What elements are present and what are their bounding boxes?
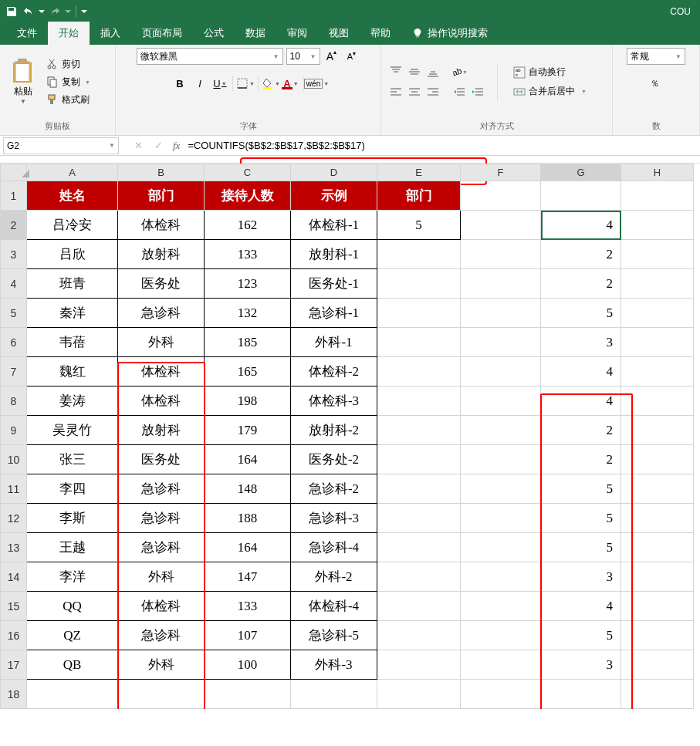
- cell[interactable]: 179: [205, 416, 291, 445]
- align-center-icon[interactable]: [406, 83, 423, 100]
- align-left-icon[interactable]: [387, 83, 404, 100]
- cell[interactable]: 4: [541, 592, 621, 621]
- accounting-format-icon[interactable]: ％: [647, 74, 665, 93]
- cell[interactable]: 部门: [377, 181, 461, 211]
- cell[interactable]: [205, 680, 291, 709]
- cell[interactable]: [377, 562, 461, 592]
- cancel-formula-icon[interactable]: ✕: [128, 137, 148, 154]
- cell[interactable]: 133: [205, 592, 291, 621]
- cell[interactable]: 5: [377, 211, 461, 240]
- decrease-indent-icon[interactable]: [451, 83, 468, 100]
- select-all-corner[interactable]: [1, 164, 27, 181]
- col-header-A[interactable]: A: [27, 164, 118, 181]
- cell[interactable]: 体检科-2: [291, 357, 377, 387]
- increase-indent-icon[interactable]: [469, 83, 486, 100]
- cell[interactable]: [541, 680, 621, 709]
- col-header-H[interactable]: H: [621, 164, 694, 181]
- name-box[interactable]: G2▼: [3, 137, 119, 154]
- col-header-G[interactable]: G: [541, 164, 621, 181]
- cell[interactable]: [377, 328, 461, 357]
- cell[interactable]: [461, 299, 541, 328]
- cell[interactable]: [621, 299, 694, 328]
- save-icon[interactable]: [5, 5, 19, 19]
- cell[interactable]: 体检科: [118, 387, 205, 416]
- cell[interactable]: 133: [205, 240, 291, 269]
- undo-icon[interactable]: [22, 5, 36, 19]
- cell[interactable]: 部门: [118, 181, 205, 211]
- cell[interactable]: 2: [541, 269, 621, 299]
- wrap-text-button[interactable]: abc自动换行: [509, 64, 591, 80]
- cell[interactable]: 外科-3: [291, 650, 377, 680]
- copy-button[interactable]: 复制▼: [45, 74, 92, 90]
- row-header[interactable]: 10: [1, 445, 27, 474]
- cell[interactable]: 吕冷安: [27, 211, 118, 240]
- decrease-font-icon[interactable]: A▾: [343, 48, 360, 65]
- cell[interactable]: QB: [27, 650, 118, 680]
- cell[interactable]: 急诊科-3: [291, 504, 377, 533]
- cell[interactable]: [377, 269, 461, 299]
- cell[interactable]: 张三: [27, 445, 118, 474]
- tab-home[interactable]: 开始: [48, 22, 90, 45]
- cell[interactable]: 2: [541, 240, 621, 269]
- cell[interactable]: 107: [205, 621, 291, 650]
- phonetic-button[interactable]: wén▼: [307, 74, 326, 93]
- cell[interactable]: 急诊科: [118, 299, 205, 328]
- cell[interactable]: 162: [205, 211, 291, 240]
- border-button[interactable]: ▼: [236, 74, 255, 93]
- enter-formula-icon[interactable]: ✓: [148, 137, 168, 154]
- cell[interactable]: 100: [205, 650, 291, 680]
- cell[interactable]: 5: [541, 474, 621, 504]
- cell[interactable]: [541, 181, 621, 211]
- cell[interactable]: [377, 474, 461, 504]
- cell[interactable]: [377, 533, 461, 562]
- cell[interactable]: 3: [541, 328, 621, 357]
- cell[interactable]: [461, 650, 541, 680]
- cell[interactable]: 放射科-2: [291, 416, 377, 445]
- cell[interactable]: [461, 328, 541, 357]
- cell[interactable]: 5: [541, 533, 621, 562]
- row-header[interactable]: 12: [1, 504, 27, 533]
- row-header[interactable]: 7: [1, 357, 27, 387]
- bold-button[interactable]: B: [171, 74, 189, 93]
- cell[interactable]: 3: [541, 562, 621, 592]
- cell[interactable]: 5: [541, 504, 621, 533]
- cell[interactable]: [621, 474, 694, 504]
- cell[interactable]: [461, 621, 541, 650]
- cell[interactable]: [461, 269, 541, 299]
- cell[interactable]: [461, 240, 541, 269]
- cell[interactable]: [461, 445, 541, 474]
- row-header[interactable]: 2: [1, 211, 27, 240]
- cell[interactable]: 4: [541, 387, 621, 416]
- cell[interactable]: 体检科-4: [291, 592, 377, 621]
- cell[interactable]: [377, 592, 461, 621]
- cell[interactable]: [461, 211, 541, 240]
- cell[interactable]: 148: [205, 474, 291, 504]
- cell[interactable]: 147: [205, 562, 291, 592]
- cell[interactable]: [621, 504, 694, 533]
- cell[interactable]: 急诊科: [118, 474, 205, 504]
- cell[interactable]: 急诊科: [118, 504, 205, 533]
- row-header[interactable]: 5: [1, 299, 27, 328]
- cell[interactable]: [461, 592, 541, 621]
- cell[interactable]: [621, 562, 694, 592]
- formula-input[interactable]: [184, 137, 700, 154]
- cell[interactable]: 体检科-1: [291, 211, 377, 240]
- cell[interactable]: 体检科: [118, 211, 205, 240]
- cell[interactable]: [377, 240, 461, 269]
- col-header-B[interactable]: B: [118, 164, 205, 181]
- cell[interactable]: 急诊科-1: [291, 299, 377, 328]
- cell[interactable]: [621, 592, 694, 621]
- italic-button[interactable]: I: [191, 74, 209, 93]
- cell[interactable]: 4: [541, 211, 621, 240]
- cell[interactable]: 164: [205, 533, 291, 562]
- cell[interactable]: [621, 680, 694, 709]
- cell[interactable]: 188: [205, 504, 291, 533]
- cell[interactable]: [377, 357, 461, 387]
- cell[interactable]: [461, 181, 541, 211]
- number-format-combo[interactable]: 常规▼: [627, 48, 685, 65]
- cell[interactable]: 198: [205, 387, 291, 416]
- row-header[interactable]: 9: [1, 416, 27, 445]
- cell[interactable]: 185: [205, 328, 291, 357]
- col-header-D[interactable]: D: [291, 164, 377, 181]
- cell[interactable]: [461, 562, 541, 592]
